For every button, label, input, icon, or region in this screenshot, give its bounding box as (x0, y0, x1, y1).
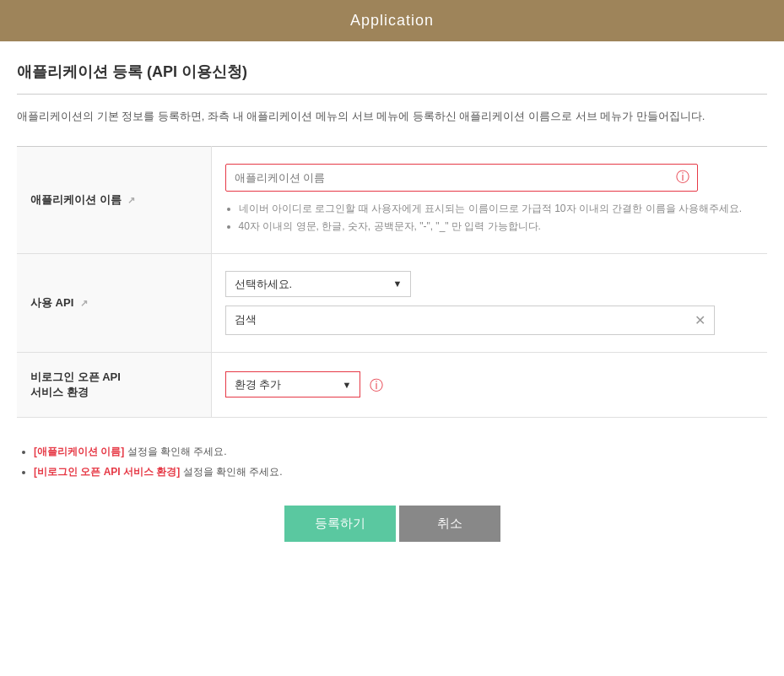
env-label-line2: 서비스 환경 (30, 386, 89, 398)
error-2: [비로그인 오픈 API 서비스 환경] 설정을 확인해 주세요. (34, 462, 767, 482)
app-name-input[interactable] (225, 164, 698, 192)
api-search-clear-icon[interactable]: ✕ (695, 312, 706, 328)
api-select-wrapper: 선택하세요. ▼ (225, 271, 411, 297)
error-1: [애플리케이션 이름] 설정을 확인해 주세요. (34, 441, 767, 462)
app-name-row: 애플리케이션 이름 ↗ ⓘ 네이버 아이디로 로그인할 때 사용자에게 표시되는… (17, 146, 767, 253)
error-2-field: [비로그인 오픈 API 서비스 환경] (34, 466, 180, 478)
app-name-label-cell: 애플리케이션 이름 ↗ (17, 146, 211, 253)
env-label-cell: 비로그인 오픈 API 서비스 환경 (17, 352, 211, 417)
api-label-cell: 사용 API ↗ (17, 253, 211, 352)
page-header: Application (0, 0, 784, 41)
form-table: 애플리케이션 이름 ↗ ⓘ 네이버 아이디로 로그인할 때 사용자에게 표시되는… (17, 146, 767, 418)
validation-errors: [애플리케이션 이름] 설정을 확인해 주세요. [비로그인 오픈 API 서비… (17, 441, 767, 482)
app-name-label: 애플리케이션 이름 (30, 193, 122, 206)
error-1-message: 설정을 확인해 주세요. (127, 446, 227, 457)
app-name-warning-icon: ⓘ (676, 169, 689, 187)
env-warning-icon: ⓘ (370, 378, 383, 392)
api-select[interactable]: 선택하세요. (225, 271, 411, 297)
hint-2: 40자 이내의 영문, 한글, 숫자, 공백문자, "-", "_" 만 입력 … (239, 218, 754, 236)
button-area: 등록하기 취소 (17, 506, 767, 542)
page-description: 애플리케이션의 기본 정보를 등록하면, 좌측 내 애플리케이션 메뉴의 서브 … (17, 108, 767, 126)
api-row: 사용 API ↗ 선택하세요. ▼ ✕ (17, 253, 767, 352)
env-select[interactable]: 환경 추가 (225, 371, 360, 397)
page-content: 애플리케이션 등록 (API 이용신청) 애플리케이션의 기본 정보를 등록하면… (0, 41, 784, 587)
app-name-input-wrapper: ⓘ (225, 164, 698, 192)
error-1-field: [애플리케이션 이름] (34, 446, 124, 457)
cancel-button[interactable]: 취소 (399, 506, 500, 542)
api-link-icon: ↗ (80, 298, 88, 308)
api-search-input[interactable] (235, 314, 688, 327)
app-name-link-icon: ↗ (127, 195, 135, 205)
env-select-wrapper: 환경 추가 ▼ (225, 371, 360, 397)
env-label-line1: 비로그인 오픈 API (30, 370, 121, 383)
env-row: 비로그인 오픈 API 서비스 환경 환경 추가 ▼ ⓘ (17, 352, 767, 417)
app-name-input-cell: ⓘ 네이버 아이디로 로그인할 때 사용자에게 표시되는 이름이므로 가급적 1… (211, 146, 767, 253)
env-input-cell: 환경 추가 ▼ ⓘ (211, 352, 767, 417)
hint-1: 네이버 아이디로 로그인할 때 사용자에게 표시되는 이름이므로 가급적 10자… (239, 200, 754, 219)
api-label: 사용 API (30, 296, 73, 309)
api-input-cell: 선택하세요. ▼ ✕ (211, 253, 767, 352)
app-name-hints: 네이버 아이디로 로그인할 때 사용자에게 표시되는 이름이므로 가급적 10자… (225, 200, 754, 236)
register-button[interactable]: 등록하기 (284, 506, 396, 542)
api-search-bar: ✕ (225, 306, 715, 335)
error-2-message: 설정을 확인해 주세요. (183, 466, 283, 478)
header-title: Application (350, 12, 434, 29)
page-title: 애플리케이션 등록 (API 이용신청) (17, 62, 767, 95)
